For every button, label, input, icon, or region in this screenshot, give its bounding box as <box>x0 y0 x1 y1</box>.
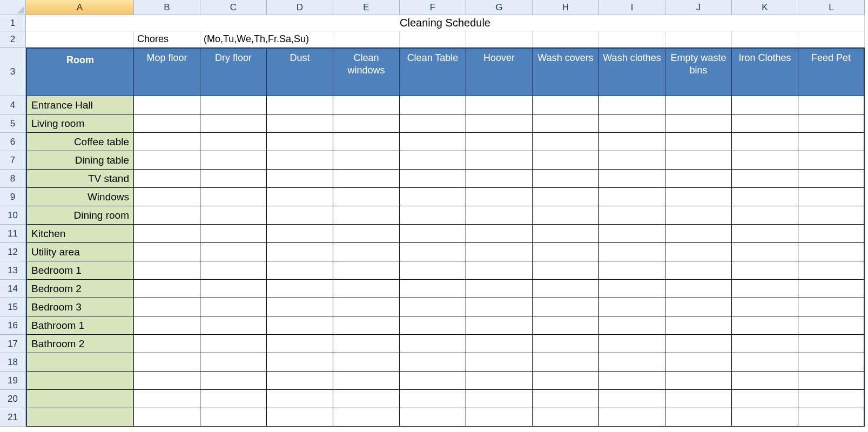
room-cell-6[interactable]: Coffee table <box>26 133 134 151</box>
cell-K13[interactable] <box>732 261 798 280</box>
cell-J16[interactable] <box>665 316 732 335</box>
cell-I11[interactable] <box>599 225 665 243</box>
cell-K11[interactable] <box>732 225 798 243</box>
room-cell-18[interactable] <box>26 353 134 372</box>
cell-H2[interactable] <box>533 31 599 48</box>
cell-D13[interactable] <box>267 261 333 280</box>
column-header-J[interactable]: J <box>665 0 732 15</box>
cell-K14[interactable] <box>732 280 798 298</box>
cell-I2[interactable] <box>599 31 665 48</box>
cell-D15[interactable] <box>267 298 333 316</box>
cell-C18[interactable] <box>200 353 267 372</box>
cell-C20[interactable] <box>200 390 267 408</box>
room-cell-5[interactable]: Living room <box>26 114 134 133</box>
cell-G10[interactable] <box>466 206 533 225</box>
column-header-A[interactable]: A <box>26 0 134 15</box>
cell-H19[interactable] <box>533 372 599 390</box>
cell-H9[interactable] <box>533 188 599 206</box>
cell-B18[interactable] <box>134 353 200 372</box>
cell-B9[interactable] <box>134 188 200 206</box>
cell-I13[interactable] <box>599 261 665 280</box>
cell-E20[interactable] <box>333 390 400 408</box>
row-header-14[interactable]: 14 <box>0 280 26 298</box>
cell-D11[interactable] <box>267 225 333 243</box>
cell-E5[interactable] <box>333 114 400 133</box>
cell-J14[interactable] <box>665 280 732 298</box>
cell-L18[interactable] <box>798 353 865 372</box>
cell-G15[interactable] <box>466 298 533 316</box>
cell-B20[interactable] <box>134 390 200 408</box>
cell-I14[interactable] <box>599 280 665 298</box>
row-header-15[interactable]: 15 <box>0 298 26 316</box>
cell-F4[interactable] <box>400 96 466 114</box>
cell-J2[interactable] <box>665 31 732 48</box>
row-header-16[interactable]: 16 <box>0 316 26 335</box>
header-J[interactable]: Empty waste bins <box>665 48 732 96</box>
header-E[interactable]: Clean windows <box>333 48 400 96</box>
cell-H14[interactable] <box>533 280 599 298</box>
cell-J15[interactable] <box>665 298 732 316</box>
header-C[interactable]: Dry floor <box>200 48 267 96</box>
cell-D12[interactable] <box>267 243 333 261</box>
cell-H20[interactable] <box>533 390 599 408</box>
cell-K7[interactable] <box>732 151 798 170</box>
row-header-1[interactable]: 1 <box>0 15 26 31</box>
header-A[interactable]: Room <box>26 48 134 96</box>
cell-G18[interactable] <box>466 353 533 372</box>
header-F[interactable]: Clean Table <box>400 48 466 96</box>
room-cell-14[interactable]: Bedroom 2 <box>26 280 134 298</box>
cell-G16[interactable] <box>466 316 533 335</box>
row-header-18[interactable]: 18 <box>0 353 26 372</box>
cell-E4[interactable] <box>333 96 400 114</box>
cell-E11[interactable] <box>333 225 400 243</box>
cell-J5[interactable] <box>665 114 732 133</box>
column-header-B[interactable]: B <box>134 0 200 15</box>
cell-D5[interactable] <box>267 114 333 133</box>
row-header-10[interactable]: 10 <box>0 206 26 225</box>
row-header-5[interactable]: 5 <box>0 114 26 133</box>
cell-G17[interactable] <box>466 335 533 353</box>
cell-F10[interactable] <box>400 206 466 225</box>
cell-K17[interactable] <box>732 335 798 353</box>
cell-G14[interactable] <box>466 280 533 298</box>
cell-title[interactable]: Cleaning Schedule <box>26 15 865 31</box>
cell-J21[interactable] <box>665 408 732 427</box>
room-cell-19[interactable] <box>26 372 134 390</box>
cell-E18[interactable] <box>333 353 400 372</box>
room-cell-15[interactable]: Bedroom 3 <box>26 298 134 316</box>
cell-K18[interactable] <box>732 353 798 372</box>
spreadsheet-grid[interactable]: ABCDEFGHIJKL1Cleaning Schedule2Chores(Mo… <box>0 0 868 427</box>
cell-G5[interactable] <box>466 114 533 133</box>
cell-I15[interactable] <box>599 298 665 316</box>
cell-H11[interactable] <box>533 225 599 243</box>
cell-K21[interactable] <box>732 408 798 427</box>
row-header-20[interactable]: 20 <box>0 390 26 408</box>
cell-H10[interactable] <box>533 206 599 225</box>
cell-J9[interactable] <box>665 188 732 206</box>
cell-C17[interactable] <box>200 335 267 353</box>
cell-L17[interactable] <box>798 335 865 353</box>
cell-J13[interactable] <box>665 261 732 280</box>
cell-F14[interactable] <box>400 280 466 298</box>
cell-L19[interactable] <box>798 372 865 390</box>
row-header-17[interactable]: 17 <box>0 335 26 353</box>
cell-K9[interactable] <box>732 188 798 206</box>
cell-B14[interactable] <box>134 280 200 298</box>
cell-L16[interactable] <box>798 316 865 335</box>
row-header-12[interactable]: 12 <box>0 243 26 261</box>
header-B[interactable]: Mop floor <box>134 48 200 96</box>
cell-E12[interactable] <box>333 243 400 261</box>
cell-G19[interactable] <box>466 372 533 390</box>
cell-D20[interactable] <box>267 390 333 408</box>
cell-I7[interactable] <box>599 151 665 170</box>
cell-L11[interactable] <box>798 225 865 243</box>
cell-L13[interactable] <box>798 261 865 280</box>
cell-L5[interactable] <box>798 114 865 133</box>
cell-C19[interactable] <box>200 372 267 390</box>
room-cell-9[interactable]: Windows <box>26 188 134 206</box>
cell-H6[interactable] <box>533 133 599 151</box>
cell-B6[interactable] <box>134 133 200 151</box>
room-cell-11[interactable]: Kitchen <box>26 225 134 243</box>
cell-I10[interactable] <box>599 206 665 225</box>
column-header-F[interactable]: F <box>400 0 466 15</box>
